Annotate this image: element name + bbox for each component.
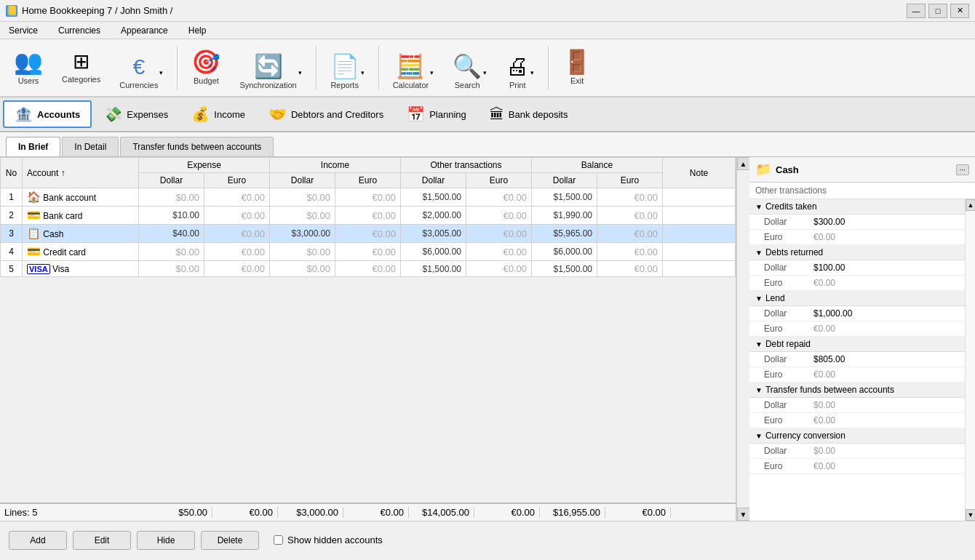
menu-currencies[interactable]: Currencies xyxy=(52,24,106,37)
income-icon: 💰 xyxy=(191,105,210,123)
row-bal-dollar: $1,500.00 xyxy=(532,188,597,207)
table-wrapper[interactable]: No Account ↑ Expense Income Other transa… xyxy=(0,157,736,503)
nav-expenses[interactable]: 💸 Expenses xyxy=(93,100,179,128)
rp-scroll-down[interactable]: ▼ xyxy=(966,509,975,521)
nav-income[interactable]: 💰 Income xyxy=(180,100,256,128)
delete-button[interactable]: Delete xyxy=(201,531,259,550)
row-bal-dollar: $5,965.00 xyxy=(532,225,597,243)
toolbar-categories[interactable]: ⊞ Categories xyxy=(54,42,108,93)
col-oth-euro: Euro xyxy=(466,173,532,188)
bank-deposits-icon: 🏛 xyxy=(490,106,504,123)
toolbar-search-label: Search xyxy=(455,81,480,89)
row-exp-dollar: $0.00 xyxy=(139,243,204,261)
close-button[interactable]: ✕ xyxy=(950,4,969,18)
row-account: 💳 Credit card xyxy=(23,243,139,261)
row-inc-dollar: $0.00 xyxy=(270,188,335,207)
minimize-button[interactable]: — xyxy=(907,4,926,18)
row-oth-euro: €0.00 xyxy=(466,188,532,207)
rp-section-debts-returned[interactable]: ▼ Debts returned xyxy=(749,245,965,260)
reports-arrow-icon: ▾ xyxy=(361,69,365,76)
title-bar-controls: — □ ✕ xyxy=(907,4,969,18)
row-exp-dollar: $0.00 xyxy=(139,188,204,207)
right-panel-body: ▼ Credits taken Dollar $300.00 Euro €0.0… xyxy=(749,199,965,521)
show-hidden-checkbox[interactable] xyxy=(274,535,283,545)
row-inc-euro: €0.00 xyxy=(335,207,401,225)
toolbar-print[interactable]: 🖨 Print ▾ xyxy=(498,42,542,93)
planning-icon: 📅 xyxy=(407,105,425,123)
row-bal-euro: €0.00 xyxy=(597,188,663,207)
row-oth-euro: €0.00 xyxy=(466,207,532,225)
row-bal-dollar: $6,000.00 xyxy=(532,243,597,261)
hide-button[interactable]: Hide xyxy=(137,531,195,550)
tab-transfer-funds[interactable]: Transfer funds between accounts xyxy=(120,137,274,156)
add-button[interactable]: Add xyxy=(9,531,67,550)
row-inc-euro: €0.00 xyxy=(335,225,401,243)
nav-accounts[interactable]: 🏦 Accounts xyxy=(3,100,92,128)
toolbar-search[interactable]: 🔍 Search ▾ xyxy=(445,42,495,93)
row-inc-dollar: $0.00 xyxy=(270,261,335,277)
currencies-icon: € xyxy=(132,56,145,78)
rp-scroll-track[interactable] xyxy=(966,211,975,509)
menu-appearance[interactable]: Appearance xyxy=(115,24,174,37)
tab-in-brief[interactable]: In Brief xyxy=(6,137,60,156)
table-row[interactable]: 5 VISA Visa $0.00 €0.00 $0.00 €0.00 $1,5… xyxy=(1,261,736,277)
table-row[interactable]: 4 💳 Credit card $0.00 €0.00 $0.00 €0.00 … xyxy=(1,243,736,261)
table-row[interactable]: 1 🏠 Bank account $0.00 €0.00 $0.00 €0.00… xyxy=(1,188,736,207)
row-oth-dollar: $1,500.00 xyxy=(401,261,466,277)
reports-icon: 📄 xyxy=(330,55,359,78)
toolbar-exit-label: Exit xyxy=(570,76,584,85)
rp-row-label: Dollar xyxy=(749,260,808,275)
toolbar: 👥 Users ⊞ Categories € Currencies ▾ 🎯 Bu… xyxy=(0,39,975,97)
calculator-arrow-icon: ▾ xyxy=(430,69,434,76)
toolbar-print-label: Print xyxy=(509,81,526,89)
tab-in-detail[interactable]: In Detail xyxy=(62,137,119,156)
rp-row-label: Dollar xyxy=(749,398,808,412)
nav-debtors-creditors[interactable]: 🤝 Debtors and Creditors xyxy=(258,100,394,128)
rp-section-transfer-funds[interactable]: ▼ Transfer funds between accounts xyxy=(749,383,965,398)
row-exp-euro: €0.00 xyxy=(204,188,270,207)
col-header-other: Other transactions xyxy=(401,158,532,173)
rp-section-currency-conversion[interactable]: ▼ Currency conversion xyxy=(749,428,965,444)
rp-section-credits-taken[interactable]: ▼ Credits taken xyxy=(749,199,965,215)
menu-bar: Service Currencies Appearance Help xyxy=(0,22,975,39)
menu-service[interactable]: Service xyxy=(3,24,44,37)
toolbar-synchronization[interactable]: 🔄 Synchronization ▾ xyxy=(231,42,309,93)
rp-row-value: $0.00 xyxy=(808,398,965,412)
synchronization-icon: 🔄 xyxy=(254,55,283,78)
toolbar-exit[interactable]: 🚪 Exit xyxy=(554,42,600,93)
rp-section-debt-repaid[interactable]: ▼ Debt repaid xyxy=(749,337,965,352)
edit-button[interactable]: Edit xyxy=(73,531,131,550)
table-row[interactable]: 2 💳 Bank card $10.00 €0.00 $0.00 €0.00 $… xyxy=(1,207,736,225)
rp-scroll-up[interactable]: ▲ xyxy=(966,199,975,211)
maximize-button[interactable]: □ xyxy=(928,4,947,18)
cash-folder-icon: 📁 xyxy=(755,161,771,177)
rp-row-value: €0.00 xyxy=(808,367,965,382)
table-scrollbar[interactable]: ▲ ▼ xyxy=(736,157,749,521)
rp-data-row: Euro €0.00 xyxy=(749,413,965,428)
footer-inc-euro: €0.00 xyxy=(343,507,409,518)
toolbar-reports[interactable]: 📄 Reports ▾ xyxy=(322,42,373,93)
rp-row-value: $100.00 xyxy=(808,260,965,275)
col-oth-dollar: Dollar xyxy=(401,173,466,188)
scroll-up-btn[interactable]: ▲ xyxy=(737,157,750,170)
rp-section-lend[interactable]: ▼ Lend xyxy=(749,291,965,306)
row-note xyxy=(663,207,736,225)
toolbar-calculator[interactable]: 🧮 Calculator ▾ xyxy=(385,42,442,93)
row-exp-euro: €0.00 xyxy=(204,207,270,225)
toolbar-currencies[interactable]: € Currencies ▾ xyxy=(111,42,171,93)
nav-planning[interactable]: 📅 Planning xyxy=(396,100,477,128)
scroll-down-btn[interactable]: ▼ xyxy=(737,508,750,521)
users-icon: 👥 xyxy=(14,50,43,73)
toolbar-budget[interactable]: 🎯 Budget xyxy=(183,42,228,93)
rp-row-value: $300.00 xyxy=(808,215,965,229)
toolbar-synchronization-label: Synchronization xyxy=(239,81,296,89)
table-row[interactable]: 3 📋 Cash $40.00 €0.00 $3,000.00 €0.00 $3… xyxy=(1,225,736,243)
menu-help[interactable]: Help xyxy=(183,24,212,37)
title-bar-left: 📒 Home Bookkeeping 7 / John Smith / xyxy=(6,5,172,17)
right-panel-menu-btn[interactable]: ··· xyxy=(956,164,969,175)
toolbar-users[interactable]: 👥 Users xyxy=(6,42,51,93)
col-header-balance: Balance xyxy=(532,158,663,173)
right-panel-scrollbar[interactable]: ▲ ▼ xyxy=(965,199,975,521)
rp-data-row: Euro €0.00 xyxy=(749,230,965,245)
nav-bank-deposits[interactable]: 🏛 Bank deposits xyxy=(479,100,579,128)
